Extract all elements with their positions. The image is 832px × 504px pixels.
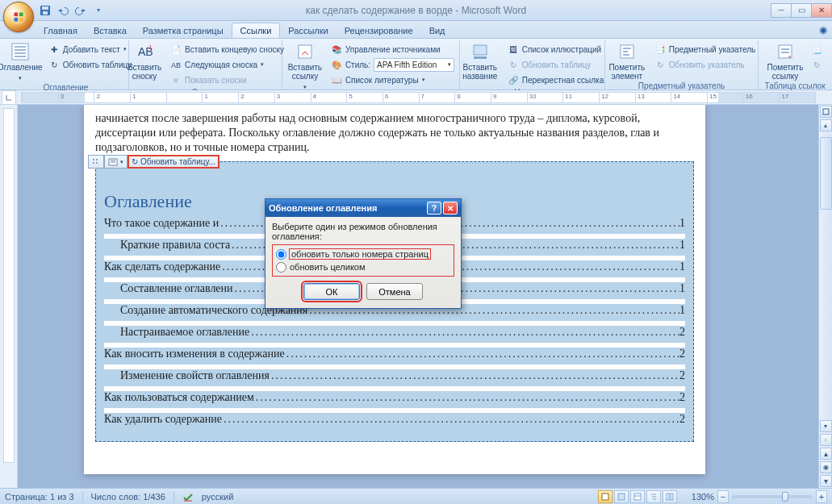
next-footnote-button[interactable]: ABСледующая сноска ▾ <box>168 57 286 72</box>
group-citations: Вставить ссылку ▾ 📚Управление источникам… <box>282 40 460 90</box>
status-words[interactable]: Число слов: 1/436 <box>91 492 165 502</box>
group-index: Пометить элемент 📑Предметный указатель ↻… <box>605 40 759 90</box>
toc-entry-text: Как удалить содержание <box>104 413 222 426</box>
ok-button[interactable]: ОК <box>303 283 360 300</box>
toc-entry[interactable]: Настраиваемое оглавление................… <box>104 326 685 343</box>
radio-input-1[interactable] <box>276 249 286 260</box>
maximize-button[interactable]: ▭ <box>791 3 812 18</box>
toc-entry[interactable]: Как удалить содержание..................… <box>104 413 685 430</box>
view-print-layout[interactable] <box>598 490 613 503</box>
tab-references[interactable]: Ссылки <box>232 23 281 38</box>
toc-leader: ........................................… <box>254 391 679 404</box>
svg-point-0 <box>11 10 26 24</box>
update-figures-button[interactable]: ↻Обновить таблицу <box>505 57 606 72</box>
tab-view[interactable]: Вид <box>421 23 454 38</box>
toc-entry[interactable]: Как пользоваться содержанием............… <box>104 391 685 408</box>
tab-review[interactable]: Рецензирование <box>337 23 421 38</box>
minimize-button[interactable]: ─ <box>771 3 792 18</box>
prev-page-button[interactable]: ▴ <box>820 448 832 460</box>
horizontal-ruler[interactable]: 3211234567891011121314151617 <box>21 92 816 103</box>
table-of-figures-button[interactable]: 🖼Список иллюстраций <box>505 42 606 56</box>
dialog-help-button[interactable]: ? <box>427 202 441 215</box>
dialog-close-button[interactable]: ✕ <box>443 202 458 215</box>
office-button[interactable] <box>3 2 34 32</box>
scroll-down-button[interactable]: ▾ <box>820 420 832 432</box>
zoom-in-button[interactable]: + <box>816 490 827 503</box>
toc-update-button[interactable]: ↻Обновить таблицу... <box>128 155 219 169</box>
tab-home[interactable]: Главная <box>36 23 86 38</box>
tab-selector-button[interactable] <box>2 90 16 105</box>
toa-update-icon: ↻ <box>811 59 822 70</box>
svg-rect-4 <box>19 18 23 22</box>
view-web-layout[interactable] <box>630 490 645 503</box>
vertical-scrollbar[interactable]: ▴ ▾ ◦ ▴ ◉ ▾ <box>818 105 832 488</box>
toc-menu-button[interactable]: ▾ <box>104 155 128 169</box>
toc-entry[interactable]: Изменение свойств оглавления............… <box>104 369 685 386</box>
toc-entry[interactable]: Как вносить изменения в содержание......… <box>104 348 685 364</box>
next-page-button[interactable]: ▾ <box>820 475 832 487</box>
body-paragraph[interactable]: начинается после завершения работы над о… <box>95 111 694 155</box>
toc-entry-page: 2 <box>679 391 685 404</box>
view-full-screen[interactable] <box>614 490 629 503</box>
insert-caption-button[interactable]: Вставить название <box>458 42 502 81</box>
save-icon[interactable] <box>39 4 52 17</box>
insert-footnote-button[interactable]: AB1 Вставить сноску <box>124 42 165 81</box>
toc-button-label: Оглавление <box>0 63 43 72</box>
toa-icon: + <box>776 42 795 61</box>
toc-leader: ........................................… <box>249 326 679 339</box>
redo-icon[interactable] <box>74 4 87 17</box>
mark-citation-button[interactable]: + Пометить ссылку <box>765 42 805 81</box>
cross-reference-button[interactable]: 🔗Перекрестная ссылка <box>505 73 606 87</box>
toc-entry-page: 2 <box>679 348 685 360</box>
show-footnotes-button[interactable]: ≡Показать сноски <box>168 73 286 87</box>
insert-citation-button[interactable]: Вставить ссылку ▾ <box>285 42 325 91</box>
svg-text:AB: AB <box>171 61 181 69</box>
scroll-up-button[interactable]: ▴ <box>820 119 832 131</box>
vertical-ruler[interactable] <box>0 105 18 488</box>
toc-entry-page: 1 <box>679 282 685 295</box>
ribbon-help-icon[interactable]: ◉ <box>819 24 827 35</box>
close-button[interactable]: ✕ <box>811 3 832 18</box>
scroll-thumb[interactable] <box>820 137 832 210</box>
add-text-button[interactable]: ✚Добавить текст ▾ <box>46 42 135 56</box>
cancel-button[interactable]: Отмена <box>366 283 423 300</box>
update-toc-button[interactable]: ↻Обновить таблицу <box>46 57 135 72</box>
radio-update-entire[interactable]: обновить целиком <box>276 260 450 273</box>
tab-insert[interactable]: Вставка <box>86 23 135 38</box>
toa-update-button[interactable]: ↻ <box>809 57 825 72</box>
view-outline[interactable] <box>646 490 661 503</box>
toc-entry-text: Изменение свойств оглавления <box>120 369 270 382</box>
ruler-toggle-button[interactable] <box>820 106 832 118</box>
browse-object-button[interactable]: ◦ <box>820 434 832 446</box>
manage-sources-button[interactable]: 📚Управление источниками <box>328 42 457 56</box>
update-index-button[interactable]: ↻Обновить указатель <box>652 57 758 72</box>
toa-insert-button[interactable]: 📃 <box>809 42 825 56</box>
mark-index-entry-button[interactable]: Пометить элемент <box>605 42 649 81</box>
proofing-icon[interactable] <box>182 491 194 502</box>
zoom-slider[interactable] <box>732 495 813 498</box>
qat-dropdown-icon[interactable]: ▾ <box>92 4 105 17</box>
view-draft[interactable] <box>663 490 677 503</box>
citation-style-combo[interactable]: APA Fifth Edition▾ <box>374 58 454 72</box>
insert-endnote-button[interactable]: 📄Вставить концевую сноску <box>168 42 286 56</box>
zoom-value[interactable]: 130% <box>692 492 714 502</box>
radio-update-page-numbers[interactable]: обновить только номера страниц <box>276 248 450 260</box>
svg-point-23 <box>96 159 98 160</box>
status-language[interactable]: русский <box>202 492 233 502</box>
bibliography-button[interactable]: 📖Список литературы ▾ <box>328 73 457 87</box>
select-browse-object-button[interactable]: ◉ <box>820 461 832 473</box>
zoom-out-button[interactable]: − <box>717 490 729 503</box>
toc-handle[interactable] <box>88 155 104 169</box>
radio-input-2[interactable] <box>276 262 286 273</box>
insert-index-button[interactable]: 📑Предметный указатель <box>652 42 758 56</box>
undo-icon[interactable] <box>56 4 69 17</box>
tab-page-layout[interactable]: Разметка страницы <box>135 23 232 38</box>
toc-entry-text: Настраиваемое оглавление <box>120 326 249 339</box>
tab-mailings[interactable]: Рассылки <box>280 23 336 38</box>
status-page[interactable]: Страница: 1 из 3 <box>5 492 74 502</box>
zoom-thumb[interactable] <box>782 492 788 502</box>
style-row: 🎨 Стиль: APA Fifth Edition▾ <box>328 57 457 72</box>
insert-caption-label: Вставить название <box>458 63 502 81</box>
dialog-titlebar[interactable]: Обновление оглавления ? ✕ <box>265 199 461 217</box>
toc-button[interactable]: Оглавление ▾ <box>0 42 43 82</box>
